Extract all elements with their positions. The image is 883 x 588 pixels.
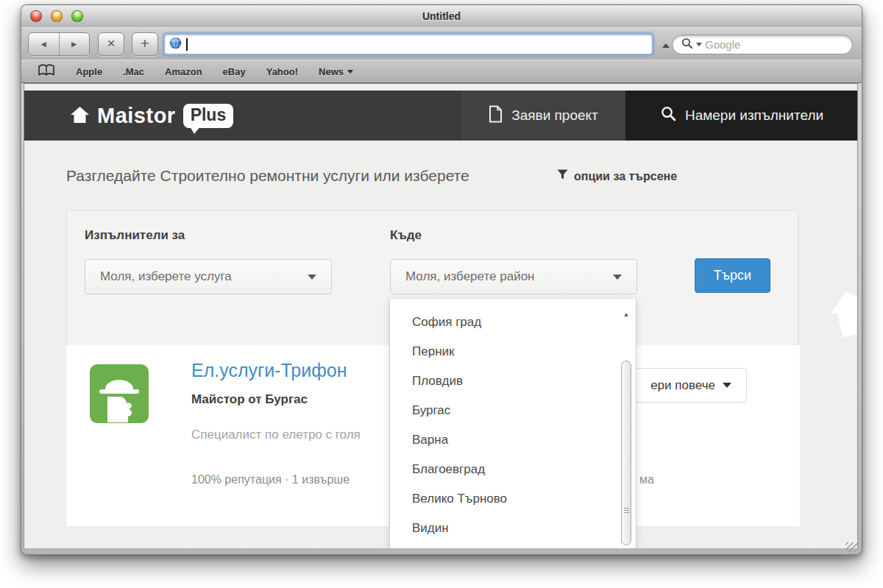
minimize-window-button[interactable] bbox=[51, 10, 63, 22]
search-options-label: опции за търсене bbox=[574, 170, 677, 183]
bookmarks-book-icon[interactable] bbox=[38, 64, 55, 79]
service-select[interactable]: Моля, изберете услуга bbox=[85, 259, 332, 294]
caret-down-icon bbox=[723, 383, 731, 388]
address-bar[interactable] bbox=[164, 34, 653, 54]
region-select[interactable]: Моля, изберете район bbox=[390, 259, 637, 294]
bookmark-amazon[interactable]: Amazon bbox=[165, 66, 202, 77]
search-button[interactable]: Търси bbox=[695, 258, 770, 293]
search-placeholder: Google bbox=[705, 38, 740, 51]
see-more-label: ери повече bbox=[650, 378, 715, 393]
google-search-field[interactable]: Google bbox=[672, 35, 853, 54]
logo-badge-tail bbox=[190, 127, 200, 134]
news-caret-icon bbox=[347, 70, 353, 74]
site-logo[interactable]: Maistor Plus bbox=[70, 91, 233, 141]
bookmark-news-menu[interactable]: News bbox=[319, 66, 353, 77]
screenshot-stage: Untitled ◄ ► × + bbox=[0, 0, 883, 588]
logo-badge: Plus bbox=[183, 104, 234, 128]
logo-text: Maistor bbox=[97, 104, 176, 128]
logo-house-icon bbox=[70, 105, 90, 127]
site-header: Maistor Plus Заяви проект bbox=[24, 91, 857, 141]
region-select-value: Моля, изберете район bbox=[405, 269, 534, 284]
history-nav-control: ◄ ► bbox=[28, 32, 90, 56]
document-icon bbox=[489, 105, 503, 127]
zoom-window-button[interactable] bbox=[71, 10, 83, 22]
bookmark-dotmac[interactable]: .Mac bbox=[123, 66, 144, 77]
worker-icon bbox=[90, 364, 149, 423]
add-bookmark-button[interactable]: + bbox=[132, 32, 158, 56]
web-content: Maistor Plus Заяви проект bbox=[24, 83, 858, 548]
nav-tab-request-project[interactable]: Заяви проект bbox=[461, 91, 625, 141]
browser-window: Untitled ◄ ► × + bbox=[21, 4, 862, 555]
search-options-link[interactable]: опции за търсене bbox=[557, 169, 677, 183]
scroll-up-arrow[interactable]: ▲ bbox=[620, 311, 633, 318]
window-title: Untitled bbox=[21, 5, 862, 27]
house-pointer-icon bbox=[826, 286, 858, 339]
nav-tab-find-contractors[interactable]: Намери изпълнители bbox=[625, 91, 858, 141]
window-titlebar: Untitled bbox=[21, 5, 862, 27]
region-option[interactable]: Варна bbox=[390, 425, 636, 455]
globe-favicon-icon bbox=[169, 37, 182, 52]
where-label: Къде bbox=[390, 228, 422, 243]
region-option[interactable]: Перник bbox=[390, 337, 636, 366]
bookmark-ebay[interactable]: eBay bbox=[223, 66, 246, 77]
search-icon bbox=[661, 106, 676, 125]
bookmark-apple[interactable]: Apple bbox=[76, 66, 102, 77]
toolbar-caret-icon bbox=[662, 43, 670, 48]
chevron-down-icon bbox=[613, 274, 622, 280]
region-option[interactable]: Видин bbox=[390, 514, 636, 543]
window-controls bbox=[30, 10, 83, 22]
region-option[interactable]: Пловдив bbox=[390, 366, 636, 396]
bookmark-yahoo[interactable]: Yahoo! bbox=[266, 66, 298, 77]
contractor-title-link[interactable]: Ел.услуги-Трифон bbox=[191, 360, 347, 381]
forward-button[interactable]: ► bbox=[60, 33, 90, 55]
region-option[interactable]: Бургас bbox=[390, 396, 636, 425]
region-option[interactable]: Велико Търново bbox=[390, 484, 636, 514]
region-option[interactable]: Благоевград bbox=[390, 455, 636, 484]
region-dropdown: София град Перник Пловдив Бургас Варна Б… bbox=[389, 298, 636, 548]
text-cursor bbox=[186, 38, 188, 51]
contractor-avatar bbox=[90, 364, 149, 423]
search-engine-caret-icon bbox=[696, 43, 702, 46]
chevron-down-icon bbox=[308, 274, 316, 280]
contractor-description: Специалист по елетро с голя bbox=[191, 428, 361, 442]
magnifier-icon bbox=[681, 38, 693, 52]
browser-toolbar: ◄ ► × + bbox=[21, 27, 862, 60]
back-button[interactable]: ◄ bbox=[29, 33, 60, 55]
service-select-value: Моля, изберете услуга bbox=[100, 269, 232, 284]
contractor-stats: 100% репутация · 1 извърше bbox=[191, 473, 350, 486]
contractor-subtitle: Майстор от Бургас bbox=[191, 392, 308, 407]
service-label: Изпълнители за bbox=[85, 228, 185, 243]
page-heading: Разгледайте Строително ремонтни услуги и… bbox=[66, 167, 469, 185]
close-window-button[interactable] bbox=[30, 10, 42, 22]
scrollbar-grip-icon bbox=[624, 508, 629, 514]
nav-tab-request-label: Заяви проект bbox=[511, 107, 598, 124]
contractor-stats-tail: ма bbox=[639, 473, 654, 486]
bookmarks-bar: Apple .Mac Amazon eBay Yahoo! News bbox=[21, 60, 862, 83]
scrollbar-thumb[interactable] bbox=[621, 361, 631, 545]
filter-funnel-icon bbox=[557, 169, 568, 183]
window-resize-grip[interactable] bbox=[845, 542, 857, 552]
stop-button[interactable]: × bbox=[98, 32, 124, 56]
dropdown-scrollbar: ▲ bbox=[620, 302, 633, 547]
region-option[interactable]: София град bbox=[390, 308, 636, 337]
nav-tab-find-label: Намери изпълнители bbox=[685, 107, 823, 124]
